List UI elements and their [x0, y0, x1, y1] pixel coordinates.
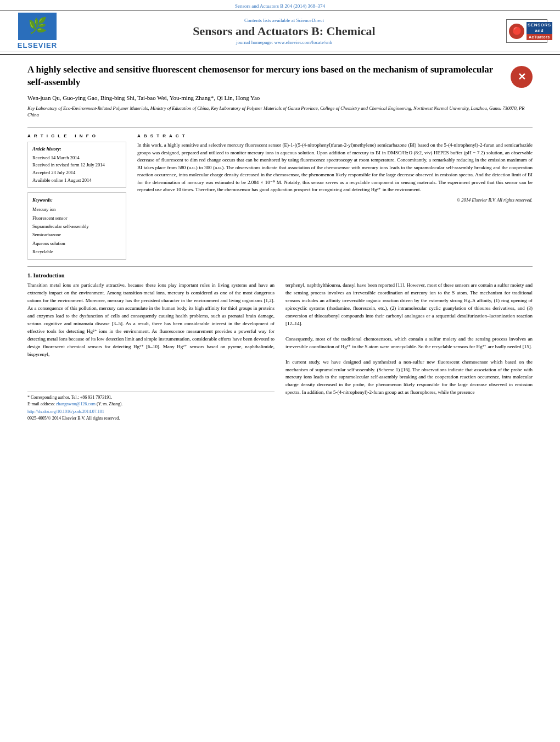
accepted-date: Accepted 23 July 2014	[32, 169, 121, 177]
keyword-6: Recyclable	[32, 248, 121, 256]
homepage-link[interactable]: www.elsevier.com/locate/snb	[275, 40, 332, 45]
article-history-title: Article history:	[32, 146, 121, 153]
footnote-area: * Corresponding author. Tel.: +86 931 79…	[27, 392, 275, 422]
page: Sensors and Actuators B 204 (2014) 368–3…	[0, 0, 560, 742]
email-address[interactable]: zhangnwnu@126.com	[56, 401, 96, 406]
sciencedirect-link[interactable]: ScienceDirect	[296, 18, 324, 23]
keywords-title: Keywords:	[32, 196, 121, 204]
citation-line: Sensors and Actuators B 204 (2014) 368–3…	[0, 0, 560, 10]
sensors-logo-box: 🔴 SENSORS and AcTuators	[506, 19, 547, 43]
corresponding-author: * Corresponding author. Tel.: +86 931 79…	[27, 394, 275, 401]
copyright-text: © 2014 Elsevier B.V. All rights reserved…	[137, 197, 533, 203]
doi-line[interactable]: http://dx.doi.org/10.1016/j.snb.2014.07.…	[27, 409, 275, 415]
header-banner: 🌿 ELSEVIER Contents lists available at S…	[0, 10, 560, 52]
article-history-box: Article history: Received 14 March 2014 …	[27, 142, 126, 188]
sensors-actuators-logo: 🔴 SENSORS and AcTuators	[503, 19, 550, 43]
email-label: E-mail address:	[27, 401, 55, 406]
intro-section-title: Introduction	[33, 272, 65, 278]
intro-paragraph-3: Consequently, most of the traditional ch…	[285, 336, 533, 351]
intro-paragraph-4: In current study, we have designed and s…	[285, 359, 533, 397]
intro-body: Transition metal ions are particularly a…	[0, 282, 560, 421]
keyword-1: Mercury ion	[32, 205, 121, 214]
issn-line: 0925-4005/© 2014 Elsevier B.V. All right…	[27, 415, 275, 422]
article-title: A highly selective and sensitive fluores…	[27, 64, 511, 89]
abstract-col: A B S T R A C T In this work, a highly s…	[137, 132, 533, 260]
crossmark-icon[interactable]: ✕	[511, 66, 533, 88]
article-info-col: A R T I C L E I N F O Article history: R…	[27, 132, 126, 260]
sensors-logo-top-text: SENSORS and	[527, 22, 552, 35]
email-suffix: (Y.-m. Zhang).	[97, 401, 122, 406]
intro-paragraph-1: Transition metal ions are particularly a…	[27, 282, 275, 358]
keyword-4: Semicarbazone	[32, 231, 121, 239]
sensors-circle-icon: 🔴	[509, 24, 524, 39]
keyword-5: Aqueous solution	[32, 239, 121, 248]
intro-paragraph-2: terphenyl, naphthylthiourea, dansyl have…	[285, 282, 533, 328]
intro-section-number: 1.	[27, 272, 32, 278]
intro-col-left: Transition metal ions are particularly a…	[27, 282, 275, 421]
received-revised-date: Received in revised form 12 July 2014	[32, 161, 121, 169]
elsevier-tree-icon: 🌿	[18, 13, 57, 40]
elsevier-wordmark: ELSEVIER	[18, 41, 57, 49]
abstract-label: A B S T R A C T	[137, 133, 533, 138]
article-header: A highly selective and sensitive fluores…	[0, 54, 560, 123]
keyword-3: Supramolecular self-assembly	[32, 222, 121, 231]
article-title-row: A highly selective and sensitive fluores…	[27, 64, 533, 89]
svg-text:🌿: 🌿	[28, 16, 47, 35]
intro-heading: 1. Introduction	[27, 272, 533, 278]
journal-name: Sensors and Actuators B: Chemical	[65, 24, 503, 38]
email-line: E-mail address: zhangnwnu@126.com (Y.-m.…	[27, 401, 275, 408]
keyword-2: Fluorescent sensor	[32, 214, 121, 222]
received-date: Received 14 March 2014	[32, 154, 121, 162]
introduction-section: 1. Introduction	[0, 267, 560, 278]
elsevier-logo: 🌿 ELSEVIER	[10, 13, 65, 49]
sensors-logo-bottom-text: AcTuators	[527, 34, 552, 40]
keywords-box: Keywords: Mercury ion Fluorescent sensor…	[27, 192, 126, 260]
intro-col-right: terphenyl, naphthylthiourea, dansyl have…	[285, 282, 533, 421]
available-date: Available online 1 August 2014	[32, 177, 121, 185]
contents-line: Contents lists available at ScienceDirec…	[65, 18, 503, 23]
article-info-abstract-section: A R T I C L E I N F O Article history: R…	[0, 132, 560, 260]
abstract-text: In this work, a highly sensitive and sel…	[137, 142, 533, 194]
section-divider-1	[27, 127, 533, 128]
citation-text: Sensors and Actuators B 204 (2014) 368–3…	[235, 3, 325, 9]
sensors-text-block: SENSORS and AcTuators	[527, 22, 552, 41]
journal-title-center: Contents lists available at ScienceDirec…	[65, 18, 503, 45]
affiliation-line: Key Laboratory of Eco-Environment-Relate…	[27, 105, 533, 119]
article-info-label: A R T I C L E I N F O	[27, 133, 126, 138]
authors-line: Wen-juan Qu, Guo-ying Gao, Bing-bing Shi…	[27, 93, 533, 103]
journal-homepage: journal homepage: www.elsevier.com/locat…	[65, 40, 503, 45]
